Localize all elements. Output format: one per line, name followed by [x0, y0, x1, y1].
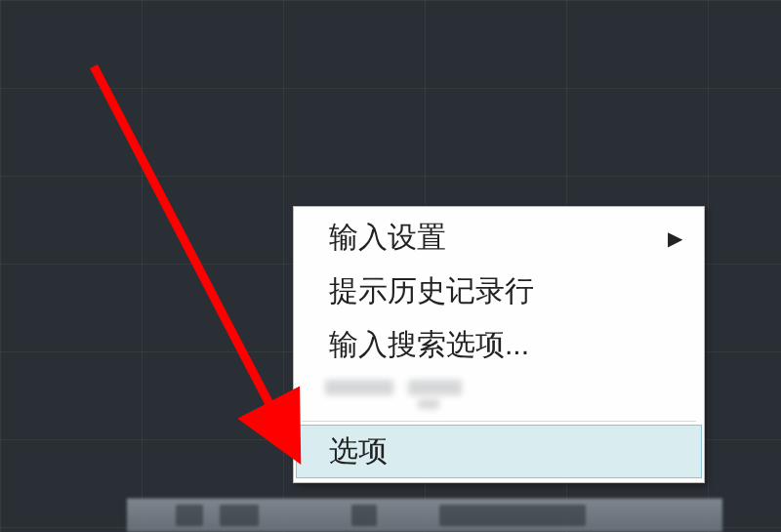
- menu-item-label: 输入设置: [329, 218, 668, 258]
- menu-item-obscured: [325, 374, 696, 418]
- context-menu: 输入设置 ▶ 提示历史记录行 输入搜索选项... 选项: [293, 206, 705, 483]
- menu-separator: [302, 421, 696, 422]
- submenu-arrow-icon: ▶: [668, 226, 682, 250]
- menu-item-label: 提示历史记录行: [329, 271, 682, 311]
- menu-item-label: 选项: [329, 431, 681, 471]
- menu-item-label: 输入搜索选项...: [329, 325, 682, 365]
- menu-item-input-settings[interactable]: 输入设置 ▶: [296, 211, 702, 265]
- menu-item-options[interactable]: 选项: [296, 425, 702, 478]
- menu-item-search-options[interactable]: 输入搜索选项...: [296, 318, 702, 372]
- menu-item-history-lines[interactable]: 提示历史记录行: [296, 265, 702, 318]
- status-bar: [127, 498, 722, 532]
